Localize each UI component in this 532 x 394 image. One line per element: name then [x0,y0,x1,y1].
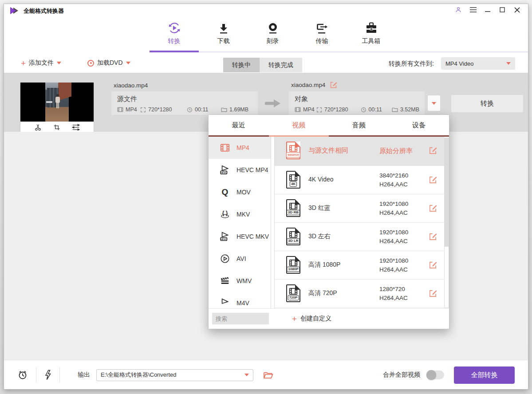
rename-icon[interactable] [330,81,337,89]
merge-videos-toggle[interactable] [426,370,444,379]
screen: 全能格式转换器 [0,0,532,394]
tab-converting[interactable]: 转换中 [223,58,260,72]
format-item-mov[interactable]: Q MOV [209,181,271,203]
edit-preset-icon[interactable] [429,204,437,213]
preset-file-icon: 3D RB [286,199,300,217]
maximize-button[interactable] [498,6,506,13]
preset-list-scrollbar[interactable] [444,138,449,308]
format-item-avi[interactable]: AVI [209,248,271,270]
format-label: AVI [236,255,246,262]
create-custom-label: 创建自定义 [300,315,331,323]
main-nav: 转换 下载 刻录 传输 工具箱 [150,16,396,51]
popup-tab-device[interactable]: 设备 [389,115,449,135]
preset-name: 3D 红蓝 [308,204,331,212]
titlebar: 全能格式转换器 [4,4,528,16]
video-thumbnail[interactable] [20,83,94,122]
format-item-hevc-mp4[interactable]: HEVC HEVC MP4 [209,159,271,181]
nav-tab-burn[interactable]: 刻录 [248,16,297,51]
preset-name: 3D 左右 [308,232,331,240]
format-label: MOV [236,189,251,196]
clock-icon [187,107,193,113]
source-info-box: 源文件 MP4 720*1280 00:11 1.69MB [111,91,258,115]
nav-tab-label: 传输 [316,37,328,45]
format-item-mkv[interactable]: { } MKV [209,203,271,225]
global-format-select[interactable]: MP4 Video [441,57,515,70]
open-folder-icon[interactable] [263,371,273,379]
preset-name: 4K Video [308,176,334,183]
output-path-value: E:\全能格式转换器\Converted [101,371,177,379]
preset-row-same-as-source[interactable]: source 与源文件相同 原始分辨率 [275,137,444,166]
source-resolution: 720*1280 [140,106,187,113]
plus-icon: + [292,315,297,323]
app-title: 全能格式转换器 [24,7,64,15]
plus-icon: + [21,59,26,67]
search-input[interactable] [212,313,269,324]
schedule-icon[interactable] [17,370,28,380]
menu-icon[interactable] [469,6,477,13]
edit-preset-icon[interactable] [429,232,437,241]
preset-specs: 原始分辨率 [379,146,413,155]
clock-icon [361,107,366,113]
video-thumbnail-card [20,83,94,133]
high-speed-icon[interactable] [44,370,51,380]
preset-row-1080p[interactable]: 1080P 高清 1080P 1920*1080H264,AAC [275,251,444,280]
scrollbar-track[interactable] [444,246,449,308]
popup-tab-recent[interactable]: 最近 [209,115,269,135]
format-list: MP4 HEVC HEVC MP4 Q MOV { } MKV HEVC [209,137,271,308]
popup-tab-audio[interactable]: 音频 [329,115,389,135]
format-item-hevc-mkv[interactable]: HEVC HEVC MKV [209,225,271,248]
dvd-icon [87,60,94,67]
app-window: 全能格式转换器 [4,4,528,390]
create-custom-button[interactable]: + 创建自定义 [292,313,331,324]
preset-row-3d-lr[interactable]: 3D LR 3D 左右 1920*1080H264,AAC [275,223,444,251]
format-item-wmv[interactable]: WMV [209,270,271,292]
format-item-m4v[interactable]: M4V [209,292,271,308]
quicktime-icon: Q [219,187,231,197]
source-size: 1.69MB [221,106,248,113]
convert-button[interactable]: 转换 [451,95,524,113]
close-button[interactable] [513,6,521,13]
bottom-bar: 输出 E:\全能格式转换器\Converted 合并全部视频 全部转换 [4,360,528,390]
convert-all-to-label: 转换所有文件到: [389,60,434,68]
target-resolution: 720*1280 [316,106,361,113]
format-list-scrollbar[interactable] [271,137,275,308]
preset-row-720p[interactable]: 720P 高清 720P 1280*720H264,AAC [275,280,444,308]
preset-specs: 1920*1080H264,AAC [379,256,408,274]
format-item-mp4[interactable]: MP4 [209,137,271,159]
popup-tab-video[interactable]: 视频 [269,115,329,135]
nav-tab-transfer[interactable]: 传输 [297,16,347,51]
edit-preset-icon[interactable] [429,289,437,298]
nav-tab-download[interactable]: 下载 [199,16,248,51]
trim-icon[interactable] [34,123,42,131]
toggle-knob [426,370,436,380]
tab-finished[interactable]: 转换完成 [260,58,302,72]
hevc-play-icon: HEVC [219,232,231,241]
load-dvd-button[interactable]: 加载DVD [87,53,130,73]
app-logo-icon [10,7,20,14]
edit-preset-icon[interactable] [429,261,437,269]
output-path-select[interactable]: E:\全能格式转换器\Converted [96,369,253,381]
chevron-down-icon [432,102,436,105]
account-icon[interactable] [454,6,462,13]
preset-file-icon: 4K [286,171,300,189]
scrollbar-thumb[interactable] [444,138,449,246]
global-format-value: MP4 Video [445,60,473,67]
preset-specs: 1280*720H264,AAC [379,285,408,303]
preset-file-icon: 3D LR [286,228,300,245]
add-files-button[interactable]: + 添加文件 [21,53,61,73]
preset-name: 高清 1080P [308,261,340,269]
edit-preset-icon[interactable] [429,176,437,184]
nav-tab-toolbox[interactable]: 工具箱 [347,16,396,51]
target-format-dropdown-button[interactable] [427,95,441,111]
preset-row-3d-rb[interactable]: 3D RB 3D 红蓝 1920*1080H264,AAC [275,194,444,223]
effects-icon[interactable] [72,124,80,131]
minimize-button[interactable] [484,6,492,13]
format-picker-popup: 最近 视频 音频 设备 MP4 HEVC HEVC MP4 Q MOV [208,114,449,329]
convert-all-button[interactable]: 全部转换 [454,366,515,384]
crop-icon[interactable] [53,124,60,131]
nav-tab-convert[interactable]: 转换 [150,16,199,51]
nav-tab-label: 刻录 [267,37,279,45]
preset-row-4k[interactable]: 4K 4K Video 3840*2160H264,AAC [275,166,444,194]
edit-preset-icon[interactable] [429,146,437,155]
hevc-play-icon: HEVC [219,165,231,175]
